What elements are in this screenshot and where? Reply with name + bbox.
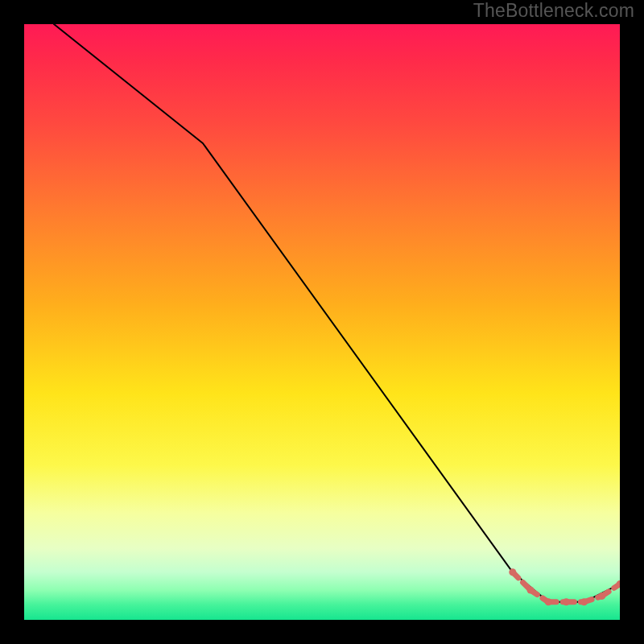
svg-point-9 [563, 598, 570, 605]
svg-point-7 [527, 587, 535, 594]
chart-svg [24, 24, 620, 620]
svg-line-0 [513, 572, 530, 590]
svg-point-11 [598, 592, 605, 600]
svg-point-8 [545, 598, 552, 605]
svg-point-6 [509, 568, 516, 576]
curve-line [54, 24, 620, 602]
chart-stage: TheBottleneck.com [0, 0, 644, 644]
svg-point-10 [580, 598, 588, 605]
tail-dashed-markers [509, 568, 620, 605]
watermark-text: TheBottleneck.com [473, 0, 634, 22]
